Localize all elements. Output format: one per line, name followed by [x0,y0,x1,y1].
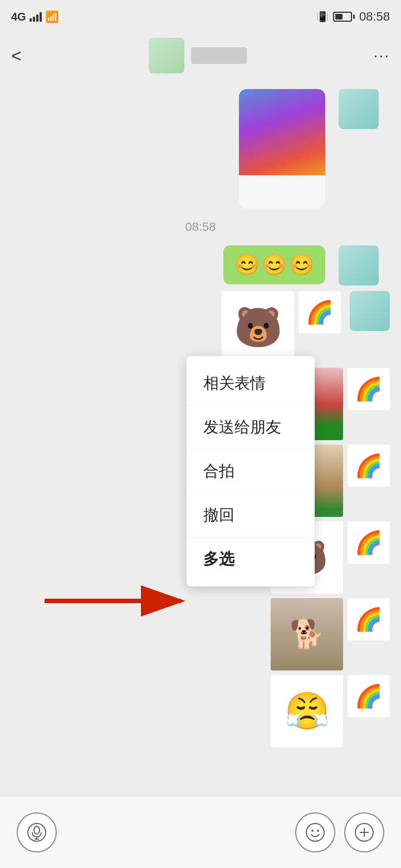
menu-item-send-friend[interactable]: 发送给朋友 [187,406,315,450]
sticker-thumb-3[interactable]: 🌈 [348,445,390,487]
sticker-main-5[interactable]: 🐕 [271,598,343,670]
sticker-thumb-4[interactable]: 🌈 [348,521,390,564]
sticker-row-1: 🐻 🌈 [0,291,401,363]
back-button[interactable]: < [11,46,22,66]
emoji-button[interactable] [295,812,335,852]
menu-item-related-emoji[interactable]: 相关表情 [187,362,315,406]
voice-button[interactable] [17,812,57,852]
more-button[interactable]: ··· [374,47,390,65]
menu-item-recall[interactable]: 撤回 [187,494,315,537]
status-right: 📳 08:58 [316,9,390,24]
signal-icon [30,12,42,22]
sent-screenshot[interactable]: 📞 📸 [239,89,325,209]
context-menu: 相关表情 发送给朋友 合拍 撤回 多选 [187,356,315,586]
network-label: 4G [11,11,26,23]
user-avatar [339,89,379,129]
user-avatar-3 [350,291,390,331]
status-left: 4G 📶 [11,10,59,23]
svg-point-3 [34,826,40,834]
emoji-bubble[interactable]: 😊😊😊 [223,245,325,284]
emoji-message: 😊😊😊 [0,240,401,291]
time-display: 08:58 [359,9,390,24]
svg-point-7 [311,830,314,832]
contact-avatar [149,38,184,73]
sticker-thumb-1[interactable]: 🌈 [299,291,341,333]
svg-point-8 [317,830,319,832]
chat-header: < ··· [0,33,401,78]
wifi-icon: 📶 [45,10,59,23]
vibrate-icon: 📳 [316,11,329,23]
status-bar: 4G 📶 📳 08:58 [0,0,401,33]
add-button[interactable] [344,812,384,852]
svg-point-6 [306,823,324,841]
sent-image-message: 📞 📸 [0,83,401,214]
contact-name [191,47,247,64]
user-avatar-2 [339,245,379,285]
sticker-main-6[interactable]: 😤 [271,675,343,747]
menu-item-collab[interactable]: 合拍 [187,450,315,494]
message-timestamp: 08:58 [0,214,401,240]
sticker-thumb-5[interactable]: 🌈 [348,598,390,640]
sticker-row-5: 🐕 🌈 [0,598,401,670]
sticker-thumb-6[interactable]: 🌈 [348,675,390,717]
menu-item-multiselect[interactable]: 多选 [187,537,315,581]
battery-icon [333,12,355,22]
bottom-toolbar [0,796,401,868]
sticker-thumb-2[interactable]: 🌈 [348,368,390,410]
sticker-main-1[interactable]: 🐻 [222,291,294,363]
sticker-row-6: 😤 🌈 [0,675,401,747]
contact-info [149,38,247,73]
